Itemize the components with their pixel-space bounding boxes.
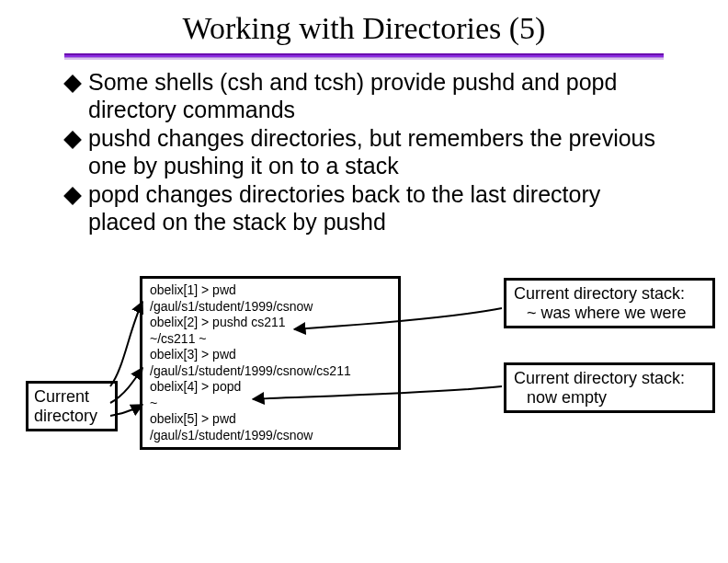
label-line: Current	[34, 387, 89, 406]
title-divider	[64, 53, 664, 60]
directory-stack-box-2: Current directory stack: now empty	[504, 362, 715, 413]
bullet-text: Some shells (csh and tcsh) provide pushd…	[88, 69, 673, 123]
text-span: and	[515, 69, 566, 95]
diamond-icon	[63, 131, 82, 149]
slide: Working with Directories (5) Some shells…	[0, 0, 728, 563]
label-line: directory	[34, 407, 97, 425]
bullet-item: Some shells (csh and tcsh) provide pushd…	[66, 69, 673, 123]
text-span: changes directories, but remembers the p…	[88, 125, 655, 178]
command-text: pushd	[324, 209, 386, 235]
command-text: pushd	[452, 69, 515, 95]
bullet-list: Some shells (csh and tcsh) provide pushd…	[66, 69, 673, 236]
command-text: popd	[88, 181, 140, 207]
label-line: now empty	[514, 388, 705, 408]
label-line: Current directory stack:	[514, 284, 685, 303]
directory-stack-box-1: Current directory stack: ~ was where we …	[504, 278, 715, 328]
current-directory-label-box: Current directory	[26, 381, 118, 431]
command-text: popd	[566, 69, 618, 95]
diamond-icon	[63, 75, 82, 93]
bullet-item: popd changes directories back to the las…	[66, 181, 673, 236]
terminal-output-box: obelix[1] > pwd /gaul/s1/student/1999/cs…	[140, 276, 401, 450]
slide-title: Working with Directories (5)	[0, 0, 728, 46]
bullet-text: popd changes directories back to the las…	[88, 181, 673, 236]
bullet-item: pushd changes directories, but remembers…	[66, 125, 673, 179]
text-span: directory commands	[88, 97, 295, 122]
label-line: ~ was where we were	[514, 304, 705, 323]
arrow-curdir-to-pwd1	[110, 302, 142, 386]
command-text: pushd	[88, 125, 151, 151]
label-line: Current directory stack:	[514, 369, 685, 387]
bullet-text: pushd changes directories, but remembers…	[88, 125, 673, 179]
text-span: Some shells (csh and tcsh) provide	[88, 69, 452, 95]
diamond-icon	[63, 187, 82, 205]
